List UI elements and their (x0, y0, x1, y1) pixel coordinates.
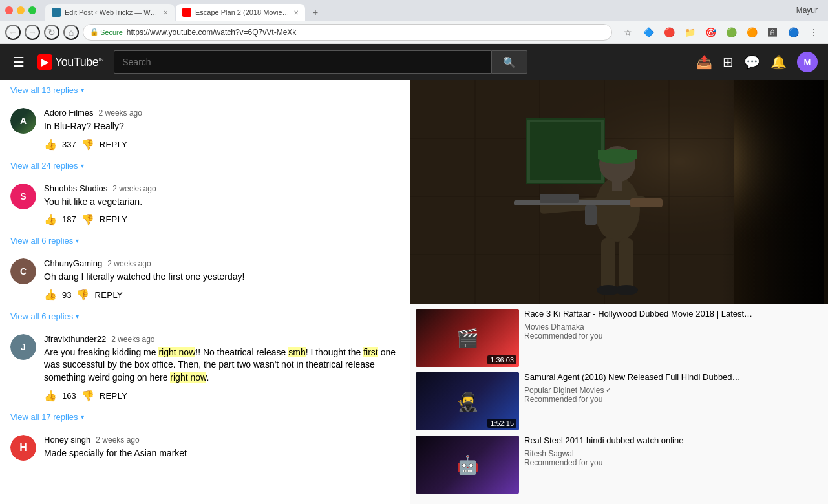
side-video-title-race3: Race 3 Ki Raftaar - Hollywood Dubbed Mov… (524, 309, 823, 320)
chevron-down-icon: ▾ (81, 87, 84, 94)
thumbs-up-icon-chhuny: 👍 (44, 289, 57, 301)
tab-wordpress[interactable]: Edit Post ‹ WebTrickz — Wordi… ✕ (45, 4, 175, 21)
extension8-icon[interactable]: 🔵 (784, 23, 802, 41)
comment-author-chhuny: ChhunyGaming (44, 258, 102, 268)
minimize-button[interactable] (17, 6, 25, 14)
view-replies-17-button[interactable]: View all 17 replies ▾ (10, 407, 84, 427)
reply-button-chhuny[interactable]: REPLY (94, 290, 123, 300)
messages-icon[interactable]: 💬 (744, 54, 760, 70)
comment-chhuny: C ChhunyGaming 2 weeks ago Oh dang I lit… (10, 253, 400, 306)
forward-button[interactable]: → (25, 25, 40, 40)
youtube-logo[interactable]: ▶ YouTubeIN (37, 54, 103, 70)
side-video-samurai[interactable]: 🥷 1:52:15 Samurai Agent (2018) New Relea… (416, 372, 823, 430)
tab-youtube[interactable]: Escape Plan 2 (2018 Movie) Tr… ✕ (176, 4, 305, 21)
comment-header-adoro: Adoro Filmes 2 weeks ago (44, 108, 400, 118)
svg-rect-11 (530, 122, 601, 180)
side-video-realsteel[interactable]: 🤖 Real Steel 2011 hindi dubbed watch onl… (416, 436, 823, 494)
recommended-realsteel: Recommended for you (524, 458, 823, 467)
lock-icon: 🔒 (90, 28, 99, 36)
reply-button-shnobbs[interactable]: REPLY (100, 215, 128, 224)
channel-name-race3: Movies Dhamaka (524, 322, 584, 331)
dislike-button-jfra[interactable]: 👎 (81, 390, 94, 402)
verified-badge-samurai: ✓ (606, 386, 611, 394)
reply-button-adoro[interactable]: REPLY (100, 140, 128, 149)
thumbs-up-icon-jfra: 👍 (44, 390, 57, 402)
avatar-adoro-img: A (10, 108, 36, 134)
bookmark-icon[interactable]: ☆ (619, 23, 637, 41)
comment-actions-jfra: 👍 163 👎 REPLY (44, 390, 400, 402)
apps-icon[interactable]: ⊞ (723, 54, 734, 70)
extension1-icon[interactable]: 🔷 (639, 23, 657, 41)
extension2-icon[interactable]: 🔴 (660, 23, 678, 41)
like-count-shnobbs: 187 (62, 215, 76, 224)
search-input[interactable] (114, 50, 491, 74)
hamburger-menu[interactable]: ☰ (10, 52, 27, 72)
side-videos: 🎬 1:36:03 Race 3 Ki Raftaar - Hollywood … (410, 304, 828, 504)
side-thumb-realsteel: 🤖 (416, 436, 519, 494)
like-button-adoro[interactable]: 👍 (44, 138, 57, 151)
view-replies-24-button[interactable]: View all 24 replies ▾ (10, 156, 84, 176)
reload-button[interactable]: ↻ (44, 25, 59, 40)
dislike-button-shnobbs[interactable]: 👎 (81, 213, 94, 226)
svg-rect-24 (619, 238, 633, 290)
side-video-race3[interactable]: 🎬 1:36:03 Race 3 Ki Raftaar - Hollywood … (416, 309, 823, 367)
extension3-icon[interactable]: 📁 (681, 23, 699, 41)
thumbs-down-icon: 👎 (81, 138, 94, 151)
youtube-favicon (182, 8, 191, 17)
side-video-info-race3: Race 3 Ki Raftaar - Hollywood Dubbed Mov… (524, 309, 823, 367)
comment-honey: H Honey singh 2 weeks ago Made specially… (10, 430, 400, 470)
video-player[interactable] (410, 80, 828, 304)
svg-rect-21 (630, 198, 663, 207)
comment-adoro: A Adoro Filmes 2 weeks ago In Blu-Ray? R… (10, 103, 400, 156)
view-replies-13-button[interactable]: View all 13 replies ▾ (10, 80, 84, 100)
comment-author-jfra: Jfravixthunder22 (44, 334, 106, 344)
view-replies-6a-button[interactable]: View all 6 replies ▾ (10, 231, 79, 251)
secure-badge: 🔒 Secure (90, 28, 123, 36)
comment-thread-chhuny: C ChhunyGaming 2 weeks ago Oh dang I lit… (10, 253, 400, 326)
like-button-jfra[interactable]: 👍 (44, 390, 57, 402)
reply-button-jfra[interactable]: REPLY (100, 391, 128, 401)
extension5-icon[interactable]: 🟢 (722, 23, 740, 41)
extension6-icon[interactable]: 🟠 (743, 23, 761, 41)
search-button[interactable]: 🔍 (491, 50, 527, 74)
comment-author-honey: Honey singh (44, 435, 90, 445)
side-video-title-realsteel: Real Steel 2011 hindi dubbed watch onlin… (524, 436, 823, 446)
thumbs-up-icon: 👍 (44, 138, 57, 151)
maximize-button[interactable] (28, 6, 36, 14)
user-avatar[interactable]: M (797, 52, 818, 72)
tab-close-wordpress[interactable]: ✕ (163, 9, 168, 16)
search-form[interactable]: 🔍 (114, 50, 527, 74)
upload-icon[interactable]: 📤 (696, 54, 712, 70)
url-text: https://www.youtube.com/watch?v=6Q7vVt-M… (127, 28, 296, 37)
like-button-shnobbs[interactable]: 👍 (44, 213, 57, 226)
recommended-race3: Recommended for you (524, 331, 823, 341)
svg-rect-23 (601, 238, 615, 290)
back-button[interactable]: ← (5, 25, 21, 40)
comment-shnobbs: S Shnobbs Studios 2 weeks ago You hit li… (10, 178, 400, 231)
more-button[interactable]: ⋮ (805, 23, 823, 41)
browser-tabs: Edit Post ‹ WebTrickz — Wordi… ✕ Escape … (45, 0, 324, 21)
avatar-chhuny-img: C (10, 258, 36, 284)
extension4-icon[interactable]: 🎯 (701, 23, 719, 41)
view-replies-6b-button[interactable]: View all 6 replies ▾ (10, 306, 79, 326)
extension7-icon[interactable]: 🅰 (763, 23, 781, 41)
close-button[interactable] (5, 6, 13, 14)
tab-close-youtube[interactable]: ✕ (293, 9, 299, 16)
browser-titlebar: Edit Post ‹ WebTrickz — Wordi… ✕ Escape … (0, 0, 828, 21)
tab-youtube-label: Escape Plan 2 (2018 Movie) Tr… (195, 8, 290, 16)
chevron-down-icon-5: ▾ (81, 414, 84, 421)
new-tab-button[interactable]: + (306, 4, 324, 21)
comments-panel: View all 13 replies ▾ A Adoro Filmes 2 w… (0, 80, 410, 504)
like-button-chhuny[interactable]: 👍 (44, 289, 57, 301)
dislike-button-chhuny[interactable]: 👎 (76, 289, 89, 301)
comment-thread-jfra: J Jfravixthunder22 2 weeks ago Are you f… (10, 329, 400, 427)
address-field[interactable]: 🔒 Secure https://www.youtube.com/watch?v… (83, 24, 612, 41)
comment-time-shnobbs: 2 weeks ago (112, 184, 156, 193)
thumbs-up-icon-shnobbs: 👍 (44, 213, 57, 226)
dislike-button-adoro[interactable]: 👎 (81, 138, 94, 151)
comment-time-honey: 2 weeks ago (96, 436, 139, 445)
tab-wordpress-label: Edit Post ‹ WebTrickz — Wordi… (65, 8, 159, 16)
notifications-icon[interactable]: 🔔 (770, 54, 787, 70)
home-button[interactable]: ⌂ (63, 25, 79, 40)
view-replies-17-label: View all 17 replies (10, 412, 78, 422)
